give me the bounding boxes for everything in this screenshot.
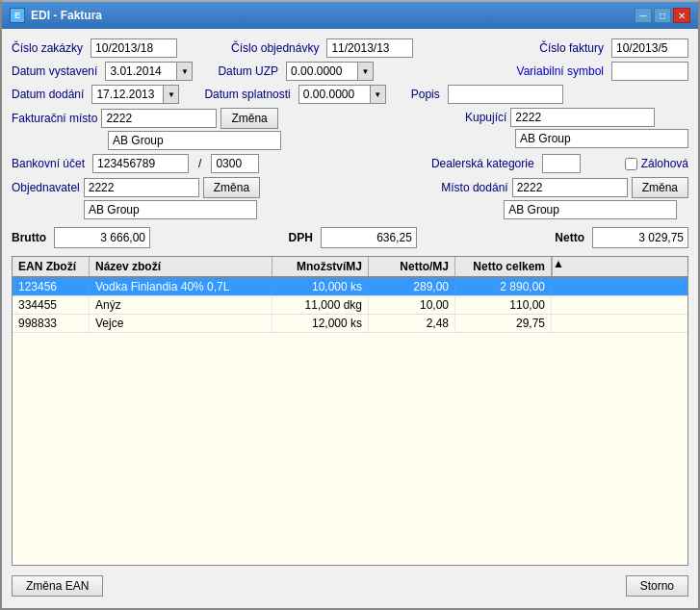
scroll-spacer: ▲ [552,257,567,276]
variabilni-symbol-label[interactable]: Variabilní symbol [517,64,604,78]
col-header-mnozstvi: MnožstvíMJ [272,257,369,276]
datum-splatnosti-input[interactable] [298,85,371,104]
misto-dodani-input[interactable] [512,178,628,197]
col-header-netto-mj: Netto/MJ [369,257,455,276]
cell-netto-celkem: 2 890,00 [455,278,552,295]
bankovni-row: Bankovní účet / Dealerská kategorie Zálo… [12,154,688,173]
footer-row: Změna EAN Storno [12,570,688,598]
zmena-ean-button[interactable]: Změna EAN [12,575,103,597]
order-numbers-row: Číslo zakázky Číslo objednávky Číslo fak… [12,38,688,58]
fakturacni-misto-zmena-btn[interactable]: Změna [220,108,277,129]
dph-label: DPH [289,231,313,244]
cislo-faktury-label: Číslo faktury [539,41,604,55]
kupujici-ab-input[interactable] [515,129,688,148]
misto-dodani-group: Místo dodání Změna [441,177,688,219]
fakturacni-misto-group: Fakturační místo Změna [12,108,281,150]
misto-dodani-label: Místo dodání [441,181,507,194]
cell-netto-mj: 289,00 [369,278,455,295]
kupujici-group: Kupující [465,108,688,148]
objednavatel-ab-row [12,200,260,219]
objednavatel-zmena-btn[interactable]: Změna [203,177,260,198]
cell-mnozstvi: 11,000 dkg [272,296,369,314]
app-icon: E [10,8,25,23]
dealerska-kategorie-input[interactable] [542,154,581,173]
fakturacni-ab-row [12,131,281,150]
table-row[interactable]: 123456 Vodka Finlandia 40% 0,7L 10,000 k… [13,278,687,296]
dealerska-kategorie-label: Dealerská kategorie [431,157,534,170]
kupujici-row: Kupující [465,108,688,127]
bankovni-ucet-suffix-input[interactable] [211,154,259,173]
objednavatel-input[interactable] [84,178,199,197]
bankovni-ucet-input[interactable] [92,154,189,173]
cell-nazev: Anýz [90,296,272,314]
popis-label: Popis [411,88,440,101]
zalohova-label: Zálohová [641,157,688,170]
cislo-zakazky-input[interactable] [91,38,177,58]
maximize-button[interactable]: □ [654,8,671,23]
items-table: EAN Zboží Název zboží MnožstvíMJ Netto/M… [12,256,688,566]
datum-dodani-dropdown[interactable]: ▼ [164,85,179,104]
netto-value [592,227,688,248]
datum-uzp-group: ▼ [286,62,374,81]
datum-row2: Datum dodání ▼ Datum splatnosti ▼ Popis [12,85,688,104]
datum-uzp-input[interactable] [286,62,358,81]
kupujici-label: Kupující [465,111,506,124]
netto-label: Netto [555,231,584,244]
table-row[interactable]: 334455 Anýz 11,000 dkg 10,00 110,00 [13,296,687,315]
datum-vystaveni-dropdown[interactable]: ▼ [177,62,193,81]
zalohova-checkbox[interactable] [625,158,637,170]
datum-dodani-input[interactable] [91,85,164,104]
col-header-ean: EAN Zboží [13,257,90,276]
cell-ean: 998833 [13,315,90,332]
datum-uzp-label: Datum UZP [218,64,278,78]
kupujici-ab-row [465,129,688,148]
cell-netto-mj: 2,48 [369,315,455,332]
datum-vystaveni-input[interactable] [105,62,177,81]
window-title: EDI - Faktura [31,9,102,22]
minimize-button[interactable]: ─ [635,8,652,23]
cell-ean: 334455 [13,296,90,314]
variabilni-symbol-input[interactable] [611,62,688,81]
table-row[interactable]: 998833 Vejce 12,000 ks 2,48 29,75 [13,315,687,333]
kupujici-input[interactable] [510,108,655,127]
cell-netto-celkem: 29,75 [455,315,552,332]
cislo-zakazky-label: Číslo zakázky [12,41,83,55]
form-content: Číslo zakázky Číslo objednávky Číslo fak… [2,29,698,608]
datum-vystaveni-group: ▼ [105,62,193,81]
objednavatel-group: Objednavatel Změna [12,177,260,219]
cell-netto-celkem: 110,00 [455,296,552,314]
cell-nazev: Vodka Finlandia 40% 0,7L [90,278,272,295]
brutto-value [54,227,150,248]
datum-row1: Datum vystavení ▼ Datum UZP ▼ Variabilní… [12,62,688,81]
fakturacni-misto-row: Fakturační místo Změna [12,108,281,129]
misto-dodani-ab-input[interactable] [504,200,677,219]
fakturacni-row: Fakturační místo Změna Kupující [12,108,688,150]
datum-splatnosti-label: Datum splatnosti [204,88,290,101]
fakturacni-misto-input[interactable] [101,109,217,128]
objednavatel-ab-input[interactable] [84,200,257,219]
cell-netto-mj: 10,00 [369,296,455,314]
cislo-faktury-input[interactable] [611,38,688,58]
storno-button[interactable]: Storno [626,575,688,597]
cell-ean: 123456 [13,278,90,295]
objednavatel-label: Objednavatel [12,181,80,194]
fakturacni-ab-input[interactable] [108,131,281,150]
totals-row: Brutto DPH Netto [12,223,688,252]
cislo-objednavky-input[interactable] [326,38,413,58]
objednavatel-row: Objednavatel Změna Místo dodání Změna [12,177,688,219]
objednavatel-field-row: Objednavatel Změna [12,177,260,198]
datum-dodani-label: Datum dodání [12,88,84,101]
datum-dodani-group: ▼ [91,85,179,104]
datum-splatnosti-dropdown[interactable]: ▼ [371,85,386,104]
cell-nazev: Vejce [90,315,272,332]
close-button[interactable]: ✕ [673,8,690,23]
popis-input[interactable] [448,85,563,104]
titlebar: E EDI - Faktura ─ □ ✕ [2,2,698,29]
misto-dodani-field-row: Místo dodání Změna [441,177,688,198]
col-header-nazev: Název zboží [90,257,272,276]
misto-dodani-zmena-btn[interactable]: Změna [632,177,688,198]
brutto-label: Brutto [12,231,46,244]
cislo-objednavky-label: Číslo objednávky [231,41,319,55]
datum-uzp-dropdown[interactable]: ▼ [358,62,374,81]
datum-vystaveni-label: Datum vystavení [12,64,97,78]
